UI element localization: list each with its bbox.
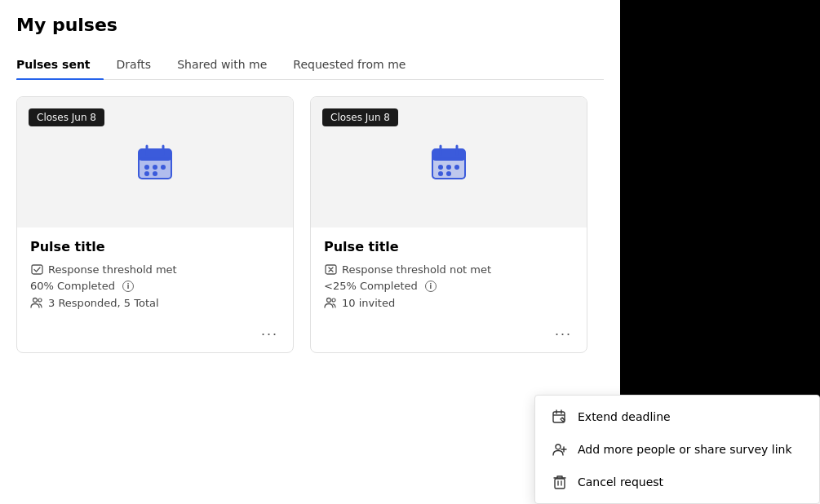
svg-point-7 [161,165,166,170]
context-menu-add-people[interactable]: Add more people or share survey link [535,433,819,466]
svg-point-27 [327,298,331,303]
card-body-1: Pulse title Response threshold met 60% C… [17,228,293,319]
add-people-label: Add more people or share survey link [578,443,792,456]
card-meta-2: Response threshold not met <25% Complete… [324,263,574,309]
svg-point-21 [454,165,459,170]
tabs-nav: Pulses sent Drafts Shared with me Reques… [16,50,604,80]
cancel-request-label: Cancel request [578,475,663,489]
tab-shared-with-me[interactable]: Shared with me [164,50,280,79]
respondents-row-1: 3 Responded, 5 Total [30,296,280,309]
tab-pulses-sent[interactable]: Pulses sent [16,50,104,79]
card-footer-1: ··· [17,319,293,352]
right-panel [620,0,820,416]
extend-deadline-label: Extend deadline [578,410,671,423]
svg-point-14 [38,298,42,302]
cards-container: Closes Jun 8 Pulse title [16,96,604,353]
svg-point-23 [446,171,451,176]
completion-row-2: <25% Completed i [324,280,574,292]
card-image-2: Closes Jun 8 [311,97,587,228]
card-more-button-1[interactable]: ··· [256,324,283,344]
tab-requested-from-me[interactable]: Requested from me [280,50,419,79]
svg-point-13 [33,298,38,303]
trash-icon [552,474,568,490]
pulse-card-1: Closes Jun 8 Pulse title [16,96,294,353]
people-icon-2 [324,296,337,309]
card-footer-2: ··· [311,319,587,352]
card-title-1: Pulse title [30,239,280,254]
svg-rect-12 [32,265,42,274]
page-title: My pulses [16,15,604,35]
completion-info-icon-2[interactable]: i [425,281,437,292]
card-meta-1: Response threshold met 60% Completed i [30,263,280,309]
svg-point-19 [438,165,443,170]
tab-drafts[interactable]: Drafts [104,50,165,79]
card-badge-2: Closes Jun 8 [322,108,398,126]
svg-point-28 [332,298,335,302]
threshold-row-1: Response threshold met [30,263,280,276]
svg-point-8 [144,171,149,176]
threshold-row-2: Response threshold not met [324,263,574,276]
card-image-1: Closes Jun 8 [17,97,293,228]
context-menu: Extend deadline Add more people or share… [534,395,820,504]
respondents-row-2: 10 invited [324,296,574,309]
main-content: My pulses Pulses sent Drafts Shared with… [0,0,620,353]
card-badge-1: Closes Jun 8 [29,108,104,126]
calendar-icon-2 [429,143,468,182]
calendar-edit-icon [552,409,568,425]
svg-point-9 [153,171,157,176]
pulse-card-2: Closes Jun 8 Pulse title [310,96,587,353]
svg-point-5 [144,165,149,170]
svg-rect-37 [555,479,565,489]
threshold-icon-1 [30,263,43,276]
context-menu-cancel-request[interactable]: Cancel request [535,466,819,498]
people-icon-1 [30,296,43,309]
threshold-icon-2 [324,263,337,276]
completion-info-icon-1[interactable]: i [122,281,134,292]
svg-rect-29 [553,412,565,422]
svg-point-6 [153,165,157,170]
completion-row-1: 60% Completed i [30,280,280,292]
svg-point-22 [438,171,443,176]
svg-point-34 [556,444,561,449]
context-menu-extend-deadline[interactable]: Extend deadline [535,400,819,433]
svg-point-20 [446,165,451,170]
calendar-icon-1 [135,143,175,182]
card-more-button-2[interactable]: ··· [550,324,577,344]
card-title-2: Pulse title [324,239,574,254]
card-body-2: Pulse title Response threshold not met <… [311,228,587,319]
people-add-icon [552,441,568,458]
